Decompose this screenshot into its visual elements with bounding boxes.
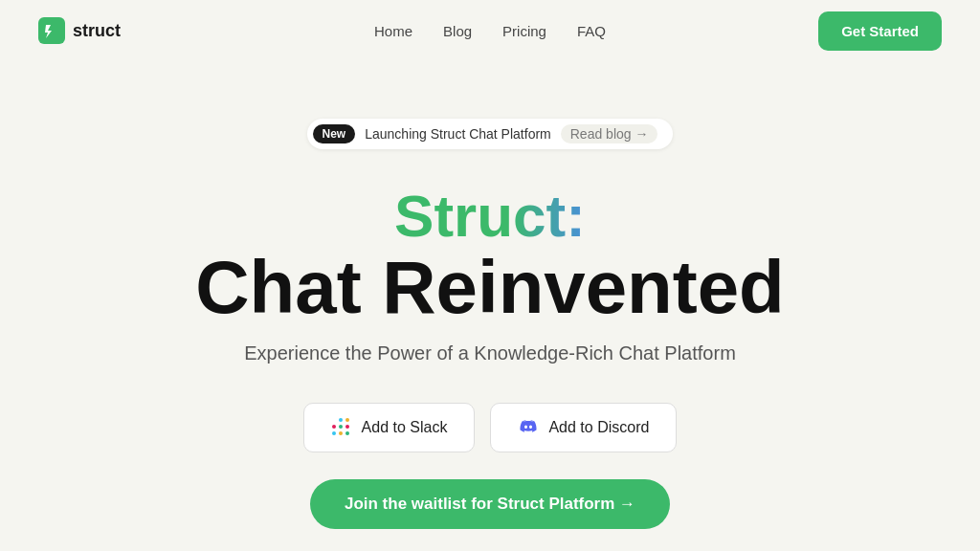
svg-rect-5 bbox=[345, 425, 349, 429]
svg-rect-4 bbox=[339, 431, 343, 435]
svg-rect-6 bbox=[332, 431, 336, 435]
nav-blog[interactable]: Blog bbox=[443, 23, 472, 39]
hero-title-colored: Struct: bbox=[394, 183, 586, 249]
waitlist-button[interactable]: Join the waitlist for Struct Platform → bbox=[310, 479, 670, 529]
hero-title: Struct: Chat Reinvented bbox=[195, 184, 784, 327]
hero-subtitle: Experience the Power of a Knowledge-Rich… bbox=[244, 342, 736, 364]
platform-buttons: Add to Slack Add to Discord bbox=[303, 403, 678, 452]
nav-pricing[interactable]: Pricing bbox=[502, 23, 546, 39]
hero-title-black: Chat Reinvented bbox=[195, 249, 784, 327]
logo[interactable]: struct bbox=[38, 17, 121, 44]
nav-faq[interactable]: FAQ bbox=[577, 23, 606, 39]
svg-rect-3 bbox=[339, 425, 343, 429]
announcement-text: Launching Struct Chat Platform bbox=[365, 126, 551, 142]
announcement-banner: New Launching Struct Chat Platform Read … bbox=[307, 119, 674, 149]
struct-logo-icon bbox=[38, 17, 65, 44]
read-blog-link[interactable]: Read blog → bbox=[561, 124, 658, 143]
hero-section: New Launching Struct Chat Platform Read … bbox=[0, 61, 980, 529]
navbar: struct Home Blog Pricing FAQ Get Started bbox=[0, 0, 980, 61]
discord-icon bbox=[518, 417, 539, 438]
svg-rect-1 bbox=[332, 425, 336, 429]
navbar-links: Home Blog Pricing FAQ bbox=[374, 23, 606, 39]
add-to-slack-button[interactable]: Add to Slack bbox=[303, 403, 476, 452]
svg-rect-7 bbox=[345, 431, 349, 435]
nav-home[interactable]: Home bbox=[374, 23, 412, 39]
add-to-slack-label: Add to Slack bbox=[362, 419, 448, 436]
svg-rect-2 bbox=[339, 418, 343, 422]
add-to-discord-button[interactable]: Add to Discord bbox=[490, 403, 677, 452]
get-started-button[interactable]: Get Started bbox=[818, 11, 942, 51]
new-badge: New bbox=[313, 124, 356, 143]
logo-text: struct bbox=[73, 21, 121, 41]
add-to-discord-label: Add to Discord bbox=[548, 419, 649, 436]
svg-rect-8 bbox=[345, 418, 349, 422]
slack-icon bbox=[331, 417, 352, 438]
